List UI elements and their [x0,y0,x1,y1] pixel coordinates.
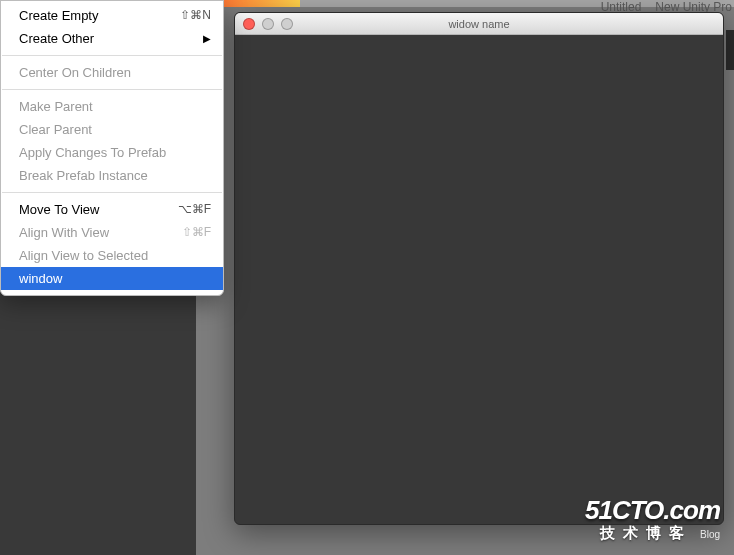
menu-label: Apply Changes To Prefab [19,144,166,161]
menu-label: Center On Children [19,64,131,81]
menu-shortcut: ⇧⌘F [182,224,211,241]
menu-separator [2,55,222,56]
menu-item-window[interactable]: window [1,267,223,290]
watermark-sub-cn: 技术博客 [600,524,692,543]
custom-window: widow name [234,12,724,525]
watermark-sub-en: Blog [700,529,720,540]
watermark-main-text: 51CTO.com [585,495,720,525]
watermark-main: 51CTO.com [585,495,720,526]
menu-item-move-to-view[interactable]: Move To View ⌥⌘F [1,198,223,221]
menu-separator [2,89,222,90]
menu-item-align-view-to-selected: Align View to Selected [1,244,223,267]
menu-label: Create Empty [19,7,98,24]
menu-label: Create Other [19,30,94,47]
menu-item-clear-parent: Clear Parent [1,118,223,141]
menu-shortcut: ⌥⌘F [178,201,211,218]
gameobject-context-menu: Create Empty ⇧⌘N Create Other ▶ Center O… [0,0,224,296]
window-titlebar[interactable]: widow name [235,13,723,35]
menu-item-create-other[interactable]: Create Other ▶ [1,27,223,50]
watermark-sub: 技术博客 Blog [585,524,720,543]
menu-item-align-with-view: Align With View ⇧⌘F [1,221,223,244]
menu-label: Align View to Selected [19,247,148,264]
window-title: widow name [235,18,723,30]
menu-label: window [19,270,62,287]
menu-label: Align With View [19,224,109,241]
submenu-arrow-icon: ▶ [203,30,211,47]
right-edge-peek [726,30,734,70]
watermark: 51CTO.com 技术博客 Blog [585,495,720,543]
menu-separator [2,192,222,193]
menu-item-break-prefab-instance: Break Prefab Instance [1,164,223,187]
menu-label: Make Parent [19,98,93,115]
menu-shortcut: ⇧⌘N [180,7,211,24]
menu-item-make-parent: Make Parent [1,95,223,118]
menu-item-create-empty[interactable]: Create Empty ⇧⌘N [1,4,223,27]
menu-label: Move To View [19,201,99,218]
menu-item-center-on-children: Center On Children [1,61,223,84]
menu-item-apply-changes-to-prefab: Apply Changes To Prefab [1,141,223,164]
left-dark-panel [0,254,196,555]
menu-label: Clear Parent [19,121,92,138]
menu-label: Break Prefab Instance [19,167,148,184]
